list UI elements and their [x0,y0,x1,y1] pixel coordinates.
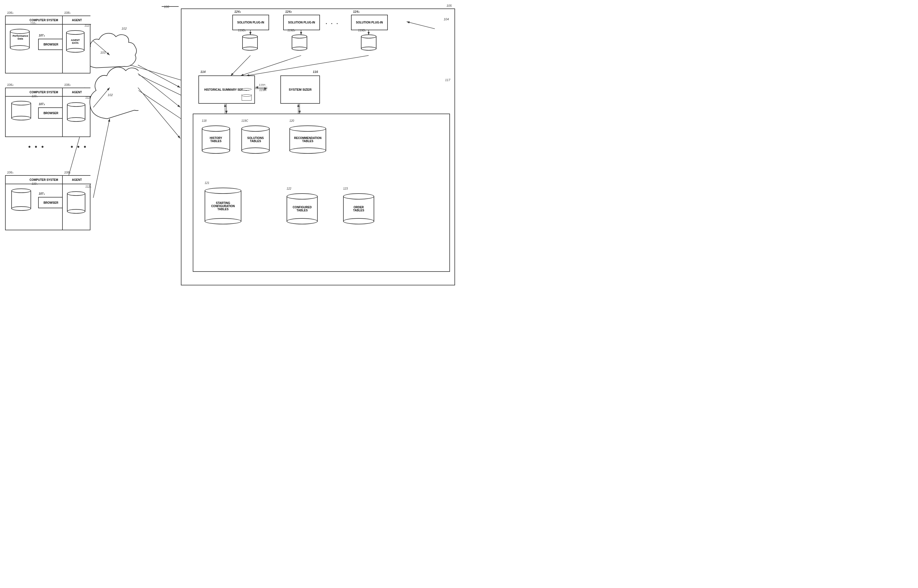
main-server-box: 105 SOLUTION PLUG-IN 124₁ SOLUTION PLUG-… [181,8,455,285]
ref-106-2: 106₂ [7,83,13,87]
browser-N: BROWSER 107ₙ [38,197,64,208]
ref-124-N: 124ₙ [353,10,359,14]
ref-123: 123 [343,187,348,190]
svg-line-37 [407,22,435,29]
vertical-dots-left: • • • [28,143,45,150]
browser-2: BROWSER 107₂ [38,107,64,119]
cylinder-119BN: 119Bₙ [361,34,377,51]
ref-119C: 119C [241,119,248,122]
architecture-diagram: 100 106₁ COMPUTER SYSTEM Performance Dat… [0,0,459,294]
ref-106-1: 106₁ [7,11,13,15]
svg-line-41 [93,119,110,198]
ref-104: 104 [444,18,449,21]
cloud: 102 102 103 [82,28,139,126]
svg-line-42 [138,65,180,87]
agent-N-outer: 108ₙ AGENT 112ₙ [62,175,91,230]
solution-plugin-N: SOLUTION PLUG-IN 124ₙ [351,15,388,30]
ref-100: 100 [164,5,169,8]
solution-plugin-2: SOLUTION PLUG-IN 124₂ [283,15,320,30]
ref-117: 117 [445,78,450,82]
ref-110-N: 110ₙ [32,182,37,185]
ref-110-1: 110₁ [30,22,36,25]
ref-107-1: 107₁ [39,34,45,37]
ref-120: 120 [289,119,294,122]
ref-122: 122 [287,187,291,190]
ref-105: 105 [446,4,452,7]
ref-119B1: 119B₁ [238,29,246,32]
ref-119B2: 119B₂ [288,29,295,32]
cylinder-119B2: 119B₂ [292,34,307,51]
recommendation-tables-cylinder: RECOMMENDATIONTABLES 120 [289,126,326,154]
ref-124-2: 124₂ [285,10,291,14]
system-sizer: SYSTEM SIZER 116 [280,76,320,104]
ref-108-2: 108₂ [64,83,70,87]
svg-line-44 [138,87,180,139]
ref-102: 102 [121,27,127,30]
ref-110-2: 110₂ [32,95,37,98]
ref-103: 103 [100,51,105,54]
cylinder-119B1: 119B₁ [242,34,258,51]
ref-118: 118 [202,119,207,122]
ref-112-N: 112ₙ [86,185,91,188]
tables-section: HISTORYTABLES 118 SOLUTIONSTABLES 119C R… [193,113,450,272]
dots-plugins: . . . [326,19,339,26]
svg-line-28 [241,55,301,76]
ref-121: 121 [205,181,209,184]
ref-108-1: 108₁ [64,11,70,15]
svg-line-43 [138,73,180,107]
ref-114: 114 [200,70,205,74]
svg-text:119A: 119A [259,83,266,86]
ref-116: 116 [313,70,318,74]
db-cylinder-2: 110₂ [11,101,31,121]
history-tables-cylinder: HISTORYTABLES 118 [202,126,230,154]
svg-line-29 [246,55,368,76]
solution-plugin-1: SOLUTION PLUG-IN 124₁ [232,15,269,30]
performance-data-label: Performance Data [12,34,29,40]
ref-119BN: 119Bₙ [358,29,366,32]
agent-N-label: AGENT [63,176,91,184]
ref-108-N: 108ₙ [64,171,70,174]
ref-106-N: 106ₙ [7,171,13,174]
ref-112-1: 112₁ [84,24,91,27]
ref-124-1: 124₁ [234,10,241,14]
performance-data-cylinder: Performance Data 110₁ [10,29,30,51]
starting-config-tables-cylinder: STARTINGCONFIGURATIONTABLES 121 [205,187,241,225]
ref-107-N: 107ₙ [39,192,45,195]
db-cylinder-N: 110ₙ [11,189,31,212]
order-tables-cylinder: ORDERTABLES 123 [343,193,374,225]
agent-1-label: AGENT [63,16,91,24]
ref-107-2: 107₂ [39,102,45,106]
svg-line-27 [231,55,251,76]
historical-summary-server: HISTORICAL SUMMARY SERVER 114 [199,76,255,104]
svg-text:102: 102 [108,93,113,97]
vertical-dots-agent: • • • [71,143,87,150]
ref-119A: 119A [259,88,267,92]
solutions-tables-cylinder: SOLUTIONSTABLES 119C [241,126,270,154]
agent-data-N: 112ₙ [67,191,86,214]
browser-1: BROWSER 107₁ [38,39,64,50]
configured-tables-cylinder: CONFIGUREDTABLES 122 [287,193,318,225]
